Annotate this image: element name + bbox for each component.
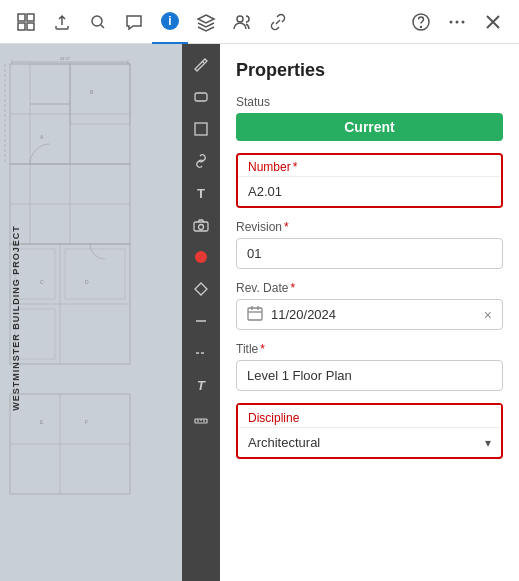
top-toolbar: i — [0, 0, 519, 44]
revision-label: Revision* — [236, 220, 503, 234]
number-input[interactable] — [238, 176, 501, 206]
close-icon[interactable] — [475, 0, 511, 44]
blueprint-panel: A B C D E F 24'-0" WESTMINSTER BUILDING … — [0, 44, 220, 581]
rectangle-rounded-icon[interactable] — [184, 82, 218, 112]
svg-text:i: i — [168, 14, 171, 28]
svg-rect-15 — [30, 64, 70, 104]
link-icon[interactable] — [260, 0, 296, 44]
comment-icon[interactable] — [116, 0, 152, 44]
svg-text:D: D — [85, 279, 89, 285]
svg-point-7 — [237, 16, 243, 22]
svg-rect-16 — [30, 104, 70, 164]
panel-title: Properties — [236, 60, 503, 81]
svg-rect-2 — [18, 23, 25, 30]
minus-icon[interactable] — [184, 306, 218, 336]
discipline-inner-label: Discipline — [238, 405, 501, 427]
revision-field-group: Revision* — [236, 220, 503, 269]
svg-rect-47 — [195, 123, 207, 135]
pencil-icon[interactable] — [184, 50, 218, 80]
info-icon[interactable]: i — [152, 0, 188, 44]
svg-text:F: F — [85, 419, 88, 425]
svg-text:24'-0": 24'-0" — [60, 56, 71, 61]
rev-date-clear-button[interactable]: × — [484, 307, 492, 323]
users-icon[interactable] — [224, 0, 260, 44]
main-area: A B C D E F 24'-0" WESTMINSTER BUILDING … — [0, 44, 519, 581]
ruler-icon[interactable] — [184, 402, 218, 432]
svg-rect-57 — [248, 308, 262, 320]
calendar-icon — [247, 305, 263, 324]
svg-point-49 — [199, 225, 204, 230]
svg-rect-3 — [27, 23, 34, 30]
chain-icon[interactable] — [184, 146, 218, 176]
rev-date-field-group: Rev. Date* 11/20/2024 × — [236, 281, 503, 330]
text-icon[interactable]: T — [184, 178, 218, 208]
svg-text:A: A — [40, 134, 44, 140]
svg-text:C: C — [40, 279, 44, 285]
svg-point-9 — [421, 26, 422, 27]
dash-icon[interactable] — [184, 338, 218, 368]
svg-text:B: B — [90, 89, 94, 95]
discipline-select[interactable]: Architectural ▾ — [238, 427, 501, 457]
svg-rect-28 — [15, 309, 55, 359]
discipline-select-value: Architectural — [248, 435, 485, 450]
more-icon[interactable] — [439, 0, 475, 44]
title-field-group: Title* — [236, 342, 503, 391]
rev-date-input-wrap[interactable]: 11/20/2024 × — [236, 299, 503, 330]
rotated-project-label: WESTMINSTER BUILDING PROJECT — [11, 225, 21, 411]
text-alt-icon[interactable]: T — [184, 370, 218, 400]
diamond-icon[interactable] — [184, 274, 218, 304]
svg-rect-0 — [18, 14, 25, 21]
svg-rect-17 — [70, 64, 130, 124]
chevron-down-icon: ▾ — [485, 436, 491, 450]
revision-input[interactable] — [236, 238, 503, 269]
discipline-field-group: Discipline Architectural ▾ — [236, 403, 503, 459]
svg-point-4 — [92, 16, 102, 26]
search-icon[interactable] — [80, 0, 116, 44]
svg-point-11 — [456, 20, 459, 23]
svg-text:E: E — [40, 419, 44, 425]
layers-icon[interactable] — [188, 0, 224, 44]
status-label: Status — [236, 95, 503, 109]
number-field-border: Number* — [236, 153, 503, 208]
title-input[interactable] — [236, 360, 503, 391]
rectangle-icon[interactable] — [184, 114, 218, 144]
number-inner-label: Number* — [238, 155, 501, 176]
status-field-group: Status Current — [236, 95, 503, 141]
properties-panel: Properties Status Current Number* Revisi… — [220, 44, 519, 581]
svg-point-10 — [450, 20, 453, 23]
camera-icon[interactable] — [184, 210, 218, 240]
title-label: Title* — [236, 342, 503, 356]
svg-rect-27 — [65, 249, 125, 299]
rev-date-value: 11/20/2024 — [271, 307, 476, 322]
svg-point-12 — [462, 20, 465, 23]
record-icon[interactable] — [184, 242, 218, 272]
status-badge: Current — [236, 113, 503, 141]
left-toolbar: T — [182, 44, 220, 581]
svg-rect-26 — [15, 249, 55, 299]
upload-icon[interactable] — [44, 0, 80, 44]
discipline-field-border: Discipline Architectural ▾ — [236, 403, 503, 459]
rev-date-label: Rev. Date* — [236, 281, 503, 295]
number-field-group: Number* — [236, 153, 503, 208]
svg-point-50 — [195, 251, 207, 263]
svg-rect-1 — [27, 14, 34, 21]
panels-icon[interactable] — [8, 0, 44, 44]
help-icon[interactable] — [403, 0, 439, 44]
svg-rect-46 — [195, 93, 207, 101]
